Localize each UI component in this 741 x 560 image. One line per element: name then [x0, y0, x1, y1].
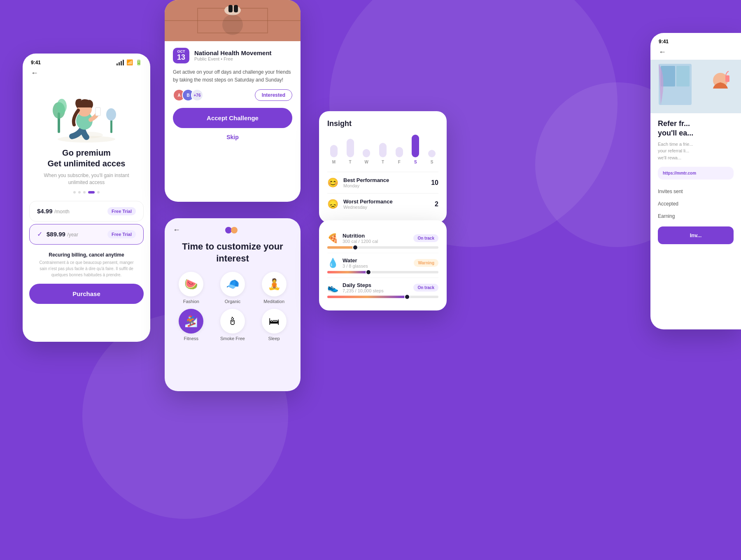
price-yearly-period: /year — [67, 232, 78, 238]
attendee-avatars: A B +76 — [173, 89, 203, 101]
dot-5 — [97, 191, 100, 194]
steps-sub: 7,235 / 10,000 steps — [343, 288, 384, 293]
metrics-card: 🍕 Nutrition 300 cal / 1200 cal On track … — [319, 220, 447, 310]
back-button-interest[interactable]: ← — [173, 226, 180, 234]
event-info: National Health Movement Public Event • … — [194, 49, 272, 61]
svg-rect-14 — [228, 5, 233, 12]
water-progress-fill — [327, 271, 368, 273]
nutrition-metric: 🍕 Nutrition 300 cal / 1200 cal On track — [327, 229, 438, 253]
wifi-icon: 📶 — [126, 59, 133, 65]
interest-header: ← — [165, 218, 301, 238]
organic-label: Organic — [225, 299, 241, 304]
steps-name: Daily Steps — [343, 282, 384, 288]
bar-monday: M — [327, 145, 340, 164]
logo-dot-right — [231, 227, 238, 233]
bar-saturday-fill — [412, 135, 419, 157]
event-meta: Public Event • Free — [194, 56, 272, 61]
sleep-label: Sleep — [268, 336, 280, 341]
price-yearly[interactable]: ✓ $89.99 /year Free Trial — [29, 224, 144, 245]
meditation-label: Meditation — [263, 299, 284, 304]
steps-progress-marker — [404, 294, 410, 300]
nutrition-progress-fill — [327, 246, 355, 249]
bar-monday-fill — [330, 145, 338, 157]
nutrition-info: Nutrition 300 cal / 1200 cal — [343, 233, 378, 244]
status-time: 9:41 — [31, 60, 41, 65]
skip-button[interactable]: Skip — [165, 128, 301, 146]
fitness-icon: 🏂 — [179, 309, 203, 334]
status-bar: 9:41 📶 🔋 — [23, 54, 150, 69]
water-info: Water 3 / 8 glasses — [343, 257, 368, 268]
interest-organic[interactable]: 🧢 Organic — [214, 272, 251, 304]
check-icon: ✓ — [37, 230, 42, 238]
bar-thursday-label: T — [382, 160, 384, 164]
bar-wednesday-label: W — [365, 160, 368, 164]
water-metric: 💧 Water 3 / 8 glasses Warning — [327, 253, 438, 278]
svg-point-3 — [57, 99, 67, 114]
event-header: Oct 13 National Health Movement Public E… — [173, 48, 292, 63]
worst-performance-score: 2 — [435, 201, 438, 208]
nutrition-progress-marker — [352, 245, 358, 250]
bar-friday-label: F — [398, 160, 401, 164]
back-button[interactable]: ← — [23, 69, 150, 82]
refer-title: Refer fr...you'll ea... — [650, 113, 741, 141]
price-monthly-period: /month — [54, 209, 70, 215]
premium-card: 9:41 📶 🔋 ← — [23, 54, 150, 342]
steps-badge: On track — [413, 284, 438, 292]
yearly-trial-badge: Free Trial — [107, 230, 136, 238]
insight-card: Insight M T W T F S S 😊 — [319, 111, 447, 223]
svg-rect-22 — [725, 75, 729, 82]
worst-performance-row: 😞 Worst Performance Wednesday 2 — [327, 193, 438, 215]
water-badge: Warning — [414, 259, 438, 267]
refer-invite-button[interactable]: Inv... — [658, 226, 734, 244]
interest-fashion[interactable]: 🍉 Fashion — [173, 272, 210, 304]
svg-point-5 — [106, 108, 116, 121]
refer-desc: Each time a frie...your referral li...we… — [650, 141, 741, 161]
water-progress-marker — [366, 269, 371, 275]
fashion-label: Fashion — [183, 299, 199, 304]
smokefree-label: Smoke Free — [220, 336, 245, 341]
fashion-icon: 🍉 — [179, 272, 203, 296]
steps-progress-bg — [327, 296, 438, 298]
refer-link[interactable]: https://mmtr.com — [658, 167, 734, 180]
water-header: 💧 Water 3 / 8 glasses Warning — [327, 257, 438, 268]
worst-performance-label: Worst Performance — [343, 198, 435, 205]
bar-wednesday: W — [360, 149, 373, 164]
avatar-count: +76 — [191, 89, 203, 101]
smokefree-icon: 🕯 — [220, 309, 245, 334]
refer-back-button[interactable]: ← — [650, 48, 741, 60]
best-performance-row: 😊 Best Performance Monday 10 — [327, 172, 438, 193]
best-performance-day: Monday — [343, 183, 431, 188]
price-monthly[interactable]: $4.99 /month Free Trial — [29, 201, 144, 222]
bar-thursday: T — [376, 143, 389, 164]
interest-smokefree[interactable]: 🕯 Smoke Free — [214, 309, 251, 341]
worst-performance-info: Worst Performance Wednesday — [343, 198, 435, 210]
event-day: 13 — [177, 54, 185, 62]
interest-sleep[interactable]: 🛏 Sleep — [256, 309, 292, 341]
water-progress-bg — [327, 271, 438, 273]
bar-saturday: S — [409, 135, 422, 164]
interest-meditation[interactable]: 🧘 Meditation — [256, 272, 292, 304]
fitness-label: Fitness — [184, 336, 198, 341]
refer-accepted: Accepted — [650, 198, 741, 210]
nutrition-left: 🍕 Nutrition 300 cal / 1200 cal — [327, 233, 378, 244]
interested-button[interactable]: Interested — [255, 89, 292, 101]
svg-rect-8 — [96, 107, 100, 116]
interest-card: ← Time to customize your interest 🍉 Fash… — [165, 218, 301, 391]
dot-4 — [88, 191, 95, 194]
purchase-button[interactable]: Purchase — [29, 284, 144, 304]
nutrition-progress-bg — [327, 246, 438, 249]
event-date-badge: Oct 13 — [173, 48, 189, 63]
nutrition-header: 🍕 Nutrition 300 cal / 1200 cal On track — [327, 233, 438, 244]
best-performance-label: Best Performance — [343, 177, 431, 183]
steps-metric: 👟 Daily Steps 7,235 / 10,000 steps On tr… — [327, 278, 438, 302]
accept-challenge-button[interactable]: Accept Challenge — [173, 108, 292, 128]
challenge-footer: Accept Challenge Skip — [165, 108, 301, 150]
interest-fitness[interactable]: 🏂 Fitness — [173, 309, 210, 341]
dot-1 — [73, 191, 76, 194]
svg-rect-20 — [676, 66, 690, 86]
premium-title-line1: Go premium Get unlimited acces — [23, 147, 150, 169]
price-yearly-amount: $89.99 — [47, 231, 65, 238]
best-performance-emoji: 😊 — [327, 177, 338, 188]
steps-info: Daily Steps 7,235 / 10,000 steps — [343, 282, 384, 293]
bar-tuesday: T — [344, 139, 357, 164]
